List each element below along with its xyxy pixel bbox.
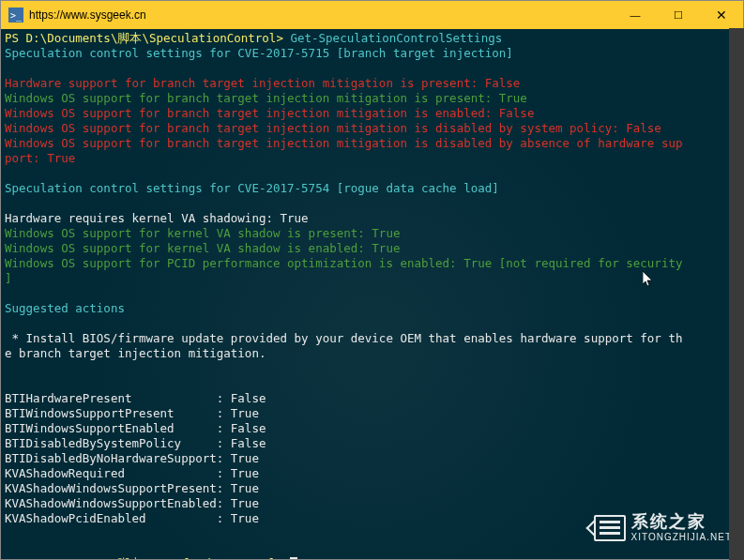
output-line: port: True [5, 151, 739, 166]
watermark-cn: 系统之家 [631, 513, 733, 532]
result-row: BTIWindowsSupportPresent : True [5, 406, 739, 421]
terminal-output[interactable]: PS D:\Documents\脚本\SpeculationControl> G… [1, 29, 743, 559]
cursor [290, 557, 297, 559]
result-row: BTIWindowsSupportEnabled : False [5, 421, 739, 436]
watermark-icon [594, 515, 626, 541]
watermark: 系统之家 XITONGZHIJIA.NET [594, 513, 733, 542]
result-row: KVAShadowWindowsSupportEnabled: True [5, 496, 739, 511]
output-line: Windows OS support for branch target inj… [5, 121, 739, 136]
output-line: Windows OS support for kernel VA shadow … [5, 241, 739, 256]
action-line: e branch target injection mitigation. [5, 346, 739, 361]
scrollbar[interactable] [729, 28, 744, 560]
section-header: Speculation control settings for CVE-201… [5, 181, 739, 196]
output-line: Hardware requires kernel VA shadowing: T… [5, 211, 739, 226]
output-line: Windows OS support for kernel VA shadow … [5, 226, 739, 241]
output-line: Windows OS support for branch target inj… [5, 136, 739, 151]
result-row: KVAShadowRequired : True [5, 466, 739, 481]
prompt-path: PS D:\Documents\脚本\SpeculationControl> [5, 31, 290, 45]
results-table: BTIHardwarePresent : FalseBTIWindowsSupp… [5, 391, 739, 526]
window-controls: — ☐ ✕ [614, 1, 743, 29]
output-line: Windows OS support for PCID performance … [5, 256, 739, 271]
section-header: Speculation control settings for CVE-201… [5, 46, 739, 61]
titlebar[interactable]: >_ https://www.sysgeek.cn — ☐ ✕ [1, 1, 743, 29]
result-row: KVAShadowWindowsSupportPresent: True [5, 481, 739, 496]
output-line: ] [5, 271, 739, 286]
watermark-url: XITONGZHIJIA.NET [631, 532, 733, 542]
minimize-button[interactable]: — [614, 1, 657, 29]
window-title: https://www.sysgeek.cn [29, 8, 614, 22]
output-line: Hardware support for branch target injec… [5, 76, 739, 91]
suggested-actions-header: Suggested actions [5, 301, 739, 316]
powershell-window: >_ https://www.sysgeek.cn — ☐ ✕ PS D:\Do… [0, 0, 744, 560]
output-line: Windows OS support for branch target inj… [5, 106, 739, 121]
result-row: BTIHardwarePresent : False [5, 391, 739, 406]
maximize-button[interactable]: ☐ [657, 1, 700, 29]
output-line: Windows OS support for branch target inj… [5, 91, 739, 106]
command-text: Get-SpeculationControlSettings [290, 31, 502, 45]
result-row: BTIDisabledByNoHardwareSupport: True [5, 451, 739, 466]
prompt-path: PS D:\Documents\脚本\SpeculationControl> [5, 556, 290, 559]
scrollbar-thumb[interactable] [729, 28, 744, 560]
powershell-icon: >_ [8, 8, 23, 23]
result-row: BTIDisabledBySystemPolicy : False [5, 436, 739, 451]
action-line: * Install BIOS/firmware update provided … [5, 331, 739, 346]
close-button[interactable]: ✕ [700, 1, 743, 29]
